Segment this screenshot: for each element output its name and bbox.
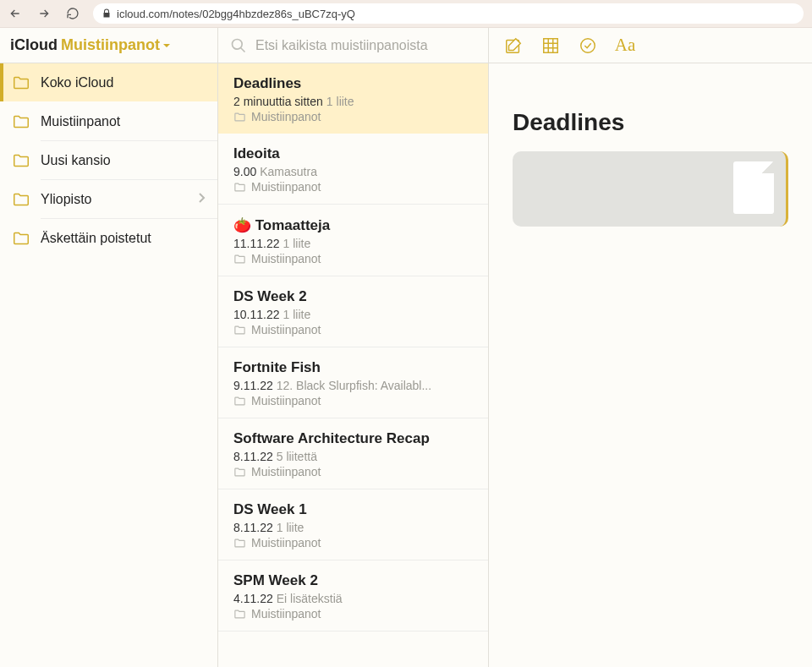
note-folder: Muistiinpanot (233, 180, 473, 194)
note-meta: 8.11.225 liitettä (233, 450, 473, 463)
editor: Deadlines (489, 63, 812, 667)
compose-button[interactable] (504, 36, 523, 55)
note-folder: Muistiinpanot (233, 394, 473, 407)
folder-label: Koko iCloud (41, 75, 113, 90)
chevron-down-icon (162, 41, 172, 51)
sidebar-folder[interactable]: Yliopisto (0, 180, 217, 218)
brand-app-dropdown[interactable]: Muistiinpanot (61, 36, 172, 54)
folder-icon (233, 253, 246, 265)
note-meta: 8.11.221 liite (233, 521, 473, 534)
folder-icon (12, 151, 30, 170)
app-toolbar: iCloud Muistiinpanot Aa (0, 28, 812, 63)
document-icon (733, 161, 774, 214)
note-title: Software Architecture Recap (233, 430, 473, 447)
note-item[interactable]: Software Architecture Recap8.11.225 liit… (218, 418, 488, 489)
back-button[interactable] (7, 5, 24, 22)
note-meta: 4.11.22Ei lisätekstiä (233, 592, 473, 605)
note-item[interactable]: Ideoita9.00KamasutraMuistiinpanot (218, 134, 488, 205)
folder-label: Äskettäin poistetut (41, 231, 151, 246)
note-folder: Muistiinpanot (233, 323, 473, 336)
sidebar-folder[interactable]: Muistiinpanot (0, 102, 217, 140)
note-meta: 9.11.2212. Black Slurpfish: Availabl... (233, 379, 473, 392)
folder-icon (12, 74, 30, 92)
note-meta: 10.11.221 liite (233, 308, 473, 321)
reload-button[interactable] (64, 5, 81, 22)
note-item[interactable]: SPM Week 24.11.22Ei lisätekstiäMuistiinp… (218, 560, 488, 631)
note-title: DS Week 1 (233, 501, 473, 518)
folder-icon (233, 111, 246, 123)
main-columns: Koko iCloudMuistiinpanotUusi kansioYliop… (0, 63, 812, 667)
sidebar-folder[interactable]: Uusi kansio (0, 141, 217, 179)
sidebar-folder[interactable]: Äskettäin poistetut (0, 219, 217, 257)
folder-label: Uusi kansio (41, 153, 111, 168)
note-title: Deadlines (233, 75, 473, 92)
note-meta: 11.11.221 liite (233, 237, 473, 250)
note-item[interactable]: DS Week 210.11.221 liiteMuistiinpanot (218, 276, 488, 347)
browser-bar: icloud.com/notes/02bgg4hbzdez86s_uBC7zq-… (0, 0, 812, 28)
note-item[interactable]: Deadlines2 minuuttia sitten1 liiteMuisti… (218, 63, 488, 134)
folder-icon (233, 608, 246, 621)
folder-label: Yliopisto (41, 192, 91, 207)
search-icon (230, 37, 247, 54)
editor-actions: Aa (489, 28, 812, 63)
brand-app-label: Muistiinpanot (61, 36, 160, 54)
brand-icloud: iCloud (10, 36, 58, 54)
note-title: DS Week 2 (233, 288, 473, 305)
note-item[interactable]: Fortnite Fish9.11.2212. Black Slurpfish:… (218, 347, 488, 418)
svg-point-3 (581, 38, 595, 52)
sidebar: Koko iCloudMuistiinpanotUusi kansioYliop… (0, 63, 218, 667)
brand[interactable]: iCloud Muistiinpanot (0, 28, 218, 63)
folder-icon (233, 324, 246, 336)
folder-icon (233, 395, 246, 407)
note-title: Fortnite Fish (233, 359, 473, 376)
svg-point-0 (233, 39, 243, 49)
folder-icon (233, 537, 246, 549)
sidebar-folder[interactable]: Koko iCloud (0, 63, 217, 101)
note-folder: Muistiinpanot (233, 110, 473, 123)
url-text: icloud.com/notes/02bgg4hbzdez86s_uBC7zq-… (117, 8, 355, 20)
note-folder: Muistiinpanot (233, 536, 473, 549)
note-folder: Muistiinpanot (233, 607, 473, 621)
note-folder: Muistiinpanot (233, 465, 473, 478)
folder-label: Muistiinpanot (41, 114, 120, 129)
note-meta: 9.00Kamasutra (233, 165, 473, 178)
address-bar[interactable]: icloud.com/notes/02bgg4hbzdez86s_uBC7zq-… (93, 3, 804, 24)
search-bar[interactable] (218, 28, 489, 63)
lock-icon (102, 8, 112, 19)
note-meta: 2 minuuttia sitten1 liite (233, 95, 473, 108)
editor-title[interactable]: Deadlines (513, 109, 788, 136)
forward-button[interactable] (36, 5, 52, 22)
grid-button[interactable] (541, 36, 560, 55)
search-input[interactable] (255, 38, 476, 53)
note-item[interactable]: 🍅 Tomaatteja11.11.221 liiteMuistiinpanot (218, 205, 488, 276)
note-title: Ideoita (233, 145, 473, 162)
folder-icon (12, 190, 30, 209)
folder-icon (233, 466, 246, 478)
format-button[interactable]: Aa (616, 36, 634, 55)
folder-icon (233, 181, 246, 194)
note-title: SPM Week 2 (233, 572, 473, 589)
note-list: Deadlines2 minuuttia sitten1 liiteMuisti… (218, 63, 489, 667)
note-title: 🍅 Tomaatteja (233, 216, 473, 234)
attachment-block[interactable] (513, 151, 788, 227)
note-item[interactable]: DS Week 18.11.221 liiteMuistiinpanot (218, 489, 488, 560)
checklist-button[interactable] (579, 36, 597, 55)
folder-icon (12, 112, 30, 131)
chevron-right-icon (197, 192, 206, 207)
folder-icon (12, 229, 30, 248)
note-folder: Muistiinpanot (233, 252, 473, 265)
svg-rect-2 (544, 38, 558, 52)
